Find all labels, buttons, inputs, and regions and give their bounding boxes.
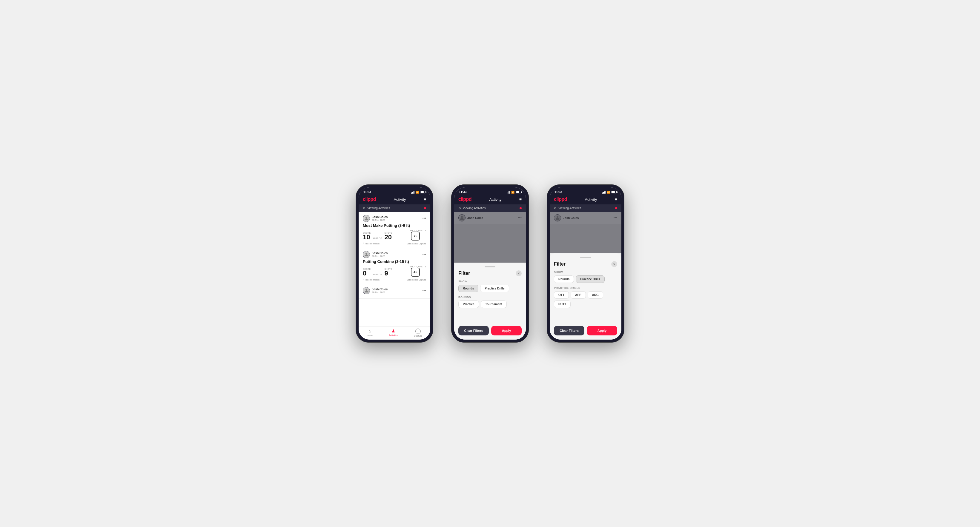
- nav-activities-label: Activities: [389, 334, 398, 337]
- card-footer-2: ℹ Test Information Data: Clippd Capture: [363, 278, 426, 281]
- arg-btn-3[interactable]: ARG: [588, 291, 603, 299]
- status-icons-3: 📶: [602, 191, 617, 194]
- user-info-2: Josh Coles 28 Feb 2023: [363, 251, 388, 258]
- app-btn-3[interactable]: APP: [571, 291, 586, 299]
- menu-icon-3[interactable]: ≡: [615, 197, 617, 202]
- filter-header-2: Filter ✕: [458, 270, 522, 276]
- tournament-btn-2[interactable]: Tournament: [481, 300, 507, 308]
- user-date-1: 28 Feb 2023: [372, 219, 388, 221]
- bar2-3: [603, 192, 604, 194]
- sq-badge-1: 75: [411, 232, 420, 241]
- phone-2: 11:33 📶 clippd Activity: [451, 184, 529, 343]
- sq-value-1: 75: [414, 234, 417, 238]
- nav-home[interactable]: ⌂ Home: [366, 329, 373, 337]
- clear-filters-btn-2[interactable]: Clear Filters: [458, 326, 489, 335]
- clear-filters-btn-3[interactable]: Clear Filters: [554, 326, 584, 335]
- bar4-2: [509, 191, 510, 194]
- rounds-btn-3[interactable]: Rounds: [554, 275, 574, 283]
- avatar-2: [363, 251, 370, 258]
- ott-btn-3[interactable]: OTT: [554, 291, 569, 299]
- avatar-1: [363, 215, 370, 222]
- battery-fill: [421, 191, 424, 193]
- shots-value-1: 20: [384, 234, 392, 241]
- app-header-3: clippd Activity ≡: [550, 195, 621, 205]
- filter-handle-2: [485, 266, 495, 267]
- nav-capture[interactable]: + Capture: [414, 329, 422, 337]
- svg-point-2: [366, 289, 367, 290]
- menu-icon-2[interactable]: ≡: [519, 197, 522, 202]
- viewing-bar-2[interactable]: ⚙ Viewing Activities: [454, 205, 526, 212]
- avatar-inner-1: [363, 215, 370, 222]
- test-info-text-1: Test Information: [364, 243, 380, 245]
- sq-badge-2: 45: [411, 268, 420, 277]
- header-title: Activity: [393, 197, 406, 202]
- notch: [381, 187, 408, 194]
- home-icon: ⌂: [369, 329, 371, 333]
- sq-value-2: 45: [414, 270, 417, 274]
- card-3-header: Josh Coles 28 Feb 2023 •••: [363, 287, 426, 294]
- wifi-icon-3: 📶: [607, 191, 610, 194]
- putt-btn-3[interactable]: PUTT: [554, 300, 571, 308]
- activities-icon: ♟: [391, 329, 395, 333]
- wifi-icon: 📶: [416, 191, 419, 194]
- bar3-2: [509, 191, 509, 194]
- filter-header-3: Filter ✕: [554, 261, 617, 267]
- status-icons-2: 📶: [507, 191, 521, 194]
- stat-sq-1: Shot Quality 75: [410, 230, 426, 241]
- bar3: [413, 191, 414, 194]
- phone-screen: 11:33 📶 clippd Activity: [359, 187, 430, 340]
- more-dots-1[interactable]: •••: [422, 216, 426, 221]
- user-name-2: Josh Coles: [372, 252, 388, 255]
- card-2-header: Josh Coles 28 Feb 2023 •••: [363, 251, 426, 258]
- drills-buttons-3: OTT APP ARG PUTT: [554, 291, 617, 308]
- viewing-dot-3: [615, 207, 617, 209]
- drills-label-3: Practice Drills: [554, 286, 617, 289]
- filter-handle-3: [580, 257, 591, 258]
- nav-activities[interactable]: ♟ Activities: [389, 329, 398, 337]
- practice-round-btn-2[interactable]: Practice: [458, 300, 479, 308]
- viewing-bar-text-3: Viewing Activities: [558, 206, 581, 210]
- test-info-text-2: Test Information: [364, 279, 380, 281]
- viewing-bar[interactable]: ⚙ Viewing Activities: [359, 205, 430, 212]
- phones-container: 11:33 📶 clippd Activity: [356, 184, 624, 343]
- practice-drills-btn-3[interactable]: Practice Drills: [576, 275, 605, 283]
- signal-bars-icon-2: [507, 191, 510, 194]
- filter-close-btn-3[interactable]: ✕: [611, 261, 617, 267]
- practice-drills-btn-2[interactable]: Practice Drills: [480, 285, 509, 292]
- filter-title-3: Filter: [554, 262, 566, 267]
- battery-fill-3: [612, 191, 615, 193]
- more-dots-2[interactable]: •••: [422, 252, 426, 257]
- data-source-2: Data: Clippd Capture: [407, 279, 426, 281]
- sq-label-1: Shot Quality: [410, 230, 426, 232]
- out-of-2: OUT OF: [373, 273, 382, 276]
- filter-actions-2: Clear Filters Apply: [458, 326, 522, 335]
- avatar-inner-2: [363, 251, 370, 258]
- phone-3: 11:33 📶 clippd Activity: [547, 184, 624, 343]
- rounds-btn-2[interactable]: Rounds: [458, 285, 478, 292]
- filter-close-btn-2[interactable]: ✕: [516, 270, 522, 276]
- menu-icon[interactable]: ≡: [424, 197, 426, 202]
- avatar-3: [363, 287, 370, 294]
- filter-overlay-3: Filter ✕ Show Rounds Practice Drills Pra…: [550, 212, 621, 340]
- score-value-1: 10: [363, 234, 371, 241]
- activity-card-2: Josh Coles 28 Feb 2023 ••• Putting Combi…: [359, 248, 430, 284]
- stats-row-1: Score 10 OUT OF Shots 20 Shot Quality 75: [363, 230, 426, 241]
- user-date-3: 28 Feb 2023: [372, 291, 388, 294]
- viewing-bar-3[interactable]: ⚙ Viewing Activities: [550, 205, 621, 212]
- capture-icon: +: [415, 329, 421, 334]
- apply-btn-3[interactable]: Apply: [587, 326, 617, 335]
- show-label-3: Show: [554, 271, 617, 274]
- user-text-1: Josh Coles 28 Feb 2023: [372, 216, 388, 221]
- filter-sheet-3: Filter ✕ Show Rounds Practice Drills Pra…: [550, 253, 621, 340]
- stat-sq-2: Shot Quality 45: [410, 265, 426, 277]
- apply-btn-2[interactable]: Apply: [491, 326, 522, 335]
- battery-icon-2: [516, 191, 521, 194]
- stat-shots-1: Shots 20: [384, 232, 392, 241]
- more-dots-3[interactable]: •••: [422, 289, 426, 293]
- app-header: clippd Activity ≡: [359, 195, 430, 205]
- status-icons: 📶: [411, 191, 425, 194]
- viewing-bar-text: Viewing Activities: [367, 206, 390, 210]
- bar4-3: [605, 191, 606, 194]
- time-2: 11:33: [459, 190, 467, 194]
- battery-icon: [420, 191, 425, 194]
